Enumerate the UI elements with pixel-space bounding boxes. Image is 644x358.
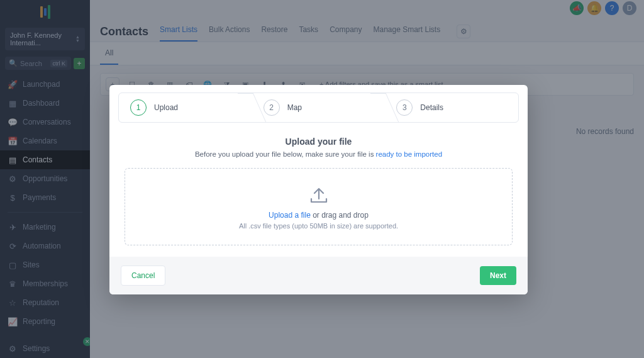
step-upload[interactable]: 1 Upload <box>119 93 252 122</box>
dropzone-hint: All .csv file types (upto 50MB in size) … <box>133 222 504 230</box>
upload-title: Upload your file <box>125 137 513 147</box>
step-map[interactable]: 2 Map <box>252 93 386 122</box>
modal-footer: Cancel Next <box>109 257 528 294</box>
step-details[interactable]: 3 Details <box>385 93 518 122</box>
step-number: 1 <box>130 99 147 116</box>
modal-body: Upload your file Before you upload your … <box>109 130 528 257</box>
upload-subtitle: Before you upload your file below, make … <box>125 150 513 158</box>
stepper: 1 Upload 2 Map 3 Details <box>118 92 519 123</box>
step-number: 2 <box>264 99 280 116</box>
dropzone[interactable]: Upload a file or drag and drop All .csv … <box>125 168 513 245</box>
ready-link[interactable]: ready to be imported <box>376 150 442 158</box>
dropzone-text: Upload a file or drag and drop <box>133 211 504 220</box>
next-button[interactable]: Next <box>480 266 516 285</box>
step-number: 3 <box>396 99 413 116</box>
upload-file-link[interactable]: Upload a file <box>269 211 311 220</box>
upload-icon <box>133 186 504 207</box>
cancel-button[interactable]: Cancel <box>121 266 165 286</box>
import-modal: 1 Upload 2 Map 3 Details Upload your fil… <box>109 85 528 294</box>
